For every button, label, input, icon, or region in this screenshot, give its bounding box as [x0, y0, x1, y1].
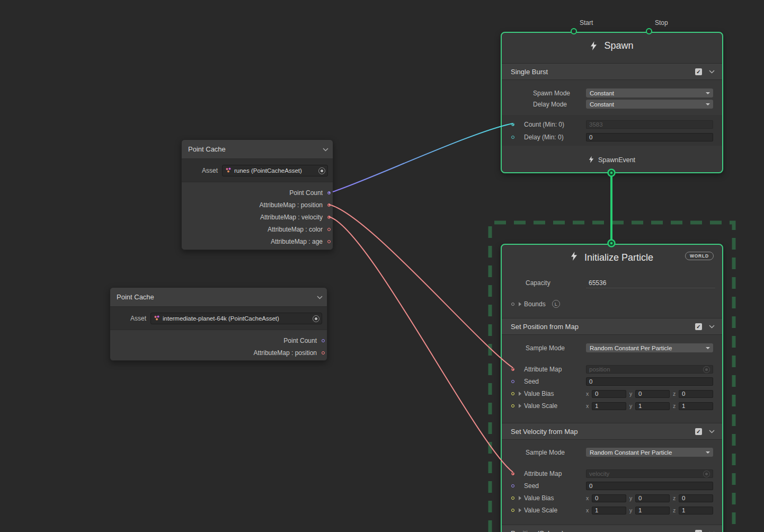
set-velocity-block-header[interactable]: Set Velocity from Map	[502, 423, 722, 440]
edge-velocity-to-set-velocity[interactable]	[329, 217, 513, 472]
attribute-map-field[interactable]: velocity	[586, 469, 713, 478]
position-sphere-block-header[interactable]: Position (Sphere)	[502, 525, 722, 532]
point-cache-runes-node[interactable]: Point Cache Asset runes (PointCacheAsset…	[181, 139, 333, 250]
sample-mode-dropdown[interactable]: Random Constant Per Particle	[586, 448, 713, 457]
asset-object-field[interactable]: intermediate-planet-64k (PointCacheAsset…	[150, 313, 322, 324]
seed-input-port[interactable]	[511, 380, 514, 383]
chevron-down-icon[interactable]	[709, 325, 715, 329]
attribute-map-input-port[interactable]	[511, 472, 514, 475]
set-velocity-enabled-checkbox[interactable]	[695, 428, 702, 435]
chevron-down-icon[interactable]	[323, 148, 328, 152]
value-scale-z-field[interactable]: 1	[679, 402, 713, 410]
delay-field[interactable]: 0	[586, 133, 713, 141]
object-picker-icon[interactable]	[703, 471, 710, 477]
capacity-value: 65536	[589, 279, 606, 287]
bounds-input-port[interactable]	[511, 303, 514, 306]
value-bias-x-field[interactable]: 0	[592, 494, 626, 502]
initialize-particle-context-node[interactable]: Initialize Particle WORLD Capacity 65536…	[501, 244, 723, 532]
delay-mode-label: Delay Mode	[533, 101, 567, 108]
seed-field[interactable]: 0	[586, 482, 713, 490]
seed-field[interactable]: 0	[586, 377, 713, 386]
attrmap-age-output-row: AttributeMap : age	[182, 235, 333, 247]
point-cache-planet-node[interactable]: Point Cache Asset intermediate-planet-64…	[110, 287, 327, 361]
chevron-down-icon[interactable]	[317, 296, 323, 299]
expander-arrow-icon[interactable]	[519, 302, 521, 306]
dropdown-arrow-icon	[706, 451, 710, 454]
value-scale-x-field[interactable]: 1	[592, 402, 626, 410]
z-axis-label: z	[673, 403, 677, 409]
z-axis-label: z	[673, 391, 677, 397]
point-cache-header[interactable]: Point Cache	[182, 140, 333, 159]
value-bias-input-port[interactable]	[511, 392, 514, 395]
attrmap-position-output-port[interactable]	[327, 203, 331, 207]
delay-mode-dropdown[interactable]: Constant	[586, 100, 713, 109]
point-count-label: Point Count	[283, 337, 317, 344]
point-count-output-port[interactable]	[322, 339, 325, 342]
value-scale-y-field[interactable]: 1	[635, 507, 670, 515]
attrmap-position-output-port[interactable]	[322, 351, 325, 354]
value-bias-y-field[interactable]: 0	[635, 494, 670, 502]
spawn-mode-dropdown[interactable]: Constant	[586, 88, 713, 97]
single-burst-block-header[interactable]: Single Burst	[502, 63, 722, 80]
expander-arrow-icon[interactable]	[519, 496, 521, 500]
value-scale-input-port[interactable]	[511, 404, 514, 407]
delay-value: 0	[589, 134, 592, 141]
attribute-map-label: Attribute Map	[524, 470, 562, 477]
position-sphere-enabled-checkbox[interactable]	[695, 530, 702, 532]
vfx-graph-canvas[interactable]: Spawn Single Burst Spawn Mode Constant D…	[0, 0, 764, 532]
sample-mode-dropdown[interactable]: Random Constant Per Particle	[586, 343, 713, 352]
value-bias-y-field[interactable]: 0	[635, 390, 670, 398]
edge-count-to-point-count[interactable]	[333, 123, 513, 192]
x-axis-label: x	[586, 391, 590, 397]
value-bias-x-field[interactable]: 0	[592, 390, 626, 398]
single-burst-enabled-checkbox[interactable]	[695, 68, 702, 75]
value-bias-z-field[interactable]: 0	[679, 390, 713, 398]
point-cache-header[interactable]: Point Cache	[110, 288, 327, 307]
point-count-output-row: Point Count	[110, 334, 327, 347]
object-picker-icon[interactable]	[703, 366, 710, 373]
spawn-context-node[interactable]: Spawn Single Burst Spawn Mode Constant D…	[501, 32, 723, 173]
start-anchor-label: Start	[580, 19, 593, 26]
object-picker-icon[interactable]	[313, 315, 319, 322]
attribute-map-field[interactable]: position	[586, 365, 713, 374]
expander-arrow-icon[interactable]	[519, 392, 521, 396]
attrmap-age-output-port[interactable]	[327, 240, 331, 243]
count-field[interactable]: 3583	[586, 120, 713, 129]
spawn-mode-label: Spawn Mode	[533, 90, 570, 97]
space-badge[interactable]: WORLD	[685, 252, 714, 260]
dropdown-arrow-icon	[706, 103, 710, 105]
point-count-output-row: Point Count	[182, 187, 333, 199]
lightning-bolt-icon	[571, 252, 578, 263]
count-input-port[interactable]	[511, 123, 514, 126]
dropdown-arrow-icon	[706, 92, 710, 94]
seed-input-port[interactable]	[511, 484, 514, 487]
chevron-down-icon[interactable]	[709, 70, 715, 74]
expander-arrow-icon[interactable]	[519, 404, 521, 408]
y-axis-label: y	[629, 391, 634, 397]
sample-mode-value: Random Constant Per Particle	[590, 449, 672, 456]
local-space-badge[interactable]: L	[552, 300, 560, 308]
set-position-enabled-checkbox[interactable]	[695, 323, 702, 330]
delay-input-port[interactable]	[511, 136, 514, 139]
asset-object-field[interactable]: runes (PointCacheAsset)	[222, 165, 328, 176]
attrmap-velocity-output-port[interactable]	[327, 216, 331, 219]
edge-position-to-set-position[interactable]	[329, 205, 513, 368]
value-scale-z-field[interactable]: 1	[679, 507, 713, 515]
chevron-down-icon[interactable]	[709, 430, 715, 433]
set-position-block-header[interactable]: Set Position from Map	[502, 318, 722, 335]
attrmap-color-output-port[interactable]	[327, 228, 331, 231]
value-scale-y-field[interactable]: 1	[635, 402, 670, 410]
capacity-row: Capacity 65536	[502, 276, 722, 290]
expander-arrow-icon[interactable]	[519, 508, 521, 512]
capacity-field[interactable]: 65536	[586, 278, 715, 288]
value-bias-input-port[interactable]	[511, 496, 514, 500]
value-scale-x-field[interactable]: 1	[592, 507, 626, 515]
value-scale-input-port[interactable]	[511, 509, 514, 512]
spawn-event-output-row: SpawnEvent	[502, 154, 722, 166]
value-bias-z-field[interactable]: 0	[679, 494, 713, 502]
object-picker-icon[interactable]	[318, 167, 325, 174]
point-count-output-port[interactable]	[327, 191, 331, 194]
delay-mode-row: Delay Mode Constant	[502, 99, 722, 110]
spawn-mode-row: Spawn Mode Constant	[502, 87, 722, 99]
attribute-map-input-port[interactable]	[511, 368, 514, 371]
